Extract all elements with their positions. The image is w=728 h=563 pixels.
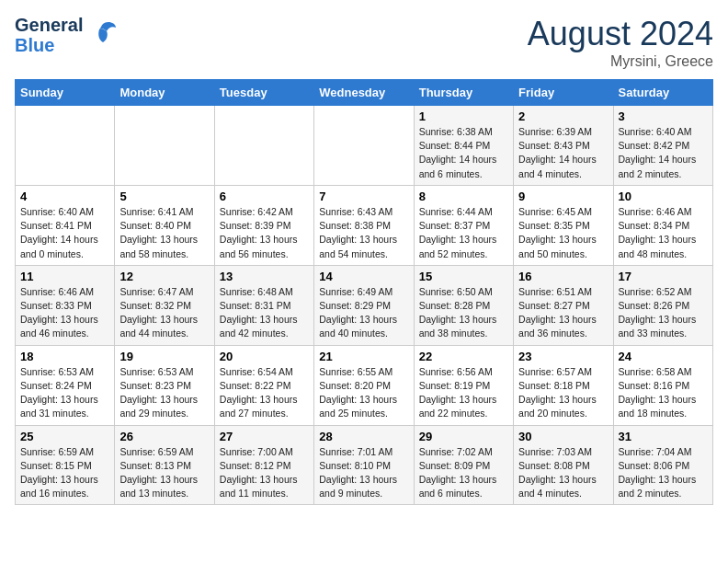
day-info: Sunrise: 6:59 AM Sunset: 8:13 PM Dayligh…: [119, 445, 209, 501]
day-number: 17: [619, 270, 708, 283]
day-info: Sunrise: 6:53 AM Sunset: 8:24 PM Dayligh…: [20, 365, 109, 421]
day-info: Sunrise: 6:40 AM Sunset: 8:42 PM Dayligh…: [619, 125, 708, 181]
calendar-cell: 28Sunrise: 7:01 AM Sunset: 8:10 PM Dayli…: [314, 425, 414, 505]
calendar-cell: 10Sunrise: 6:46 AM Sunset: 8:34 PM Dayli…: [613, 185, 712, 265]
day-info: Sunrise: 7:03 AM Sunset: 8:08 PM Dayligh…: [518, 445, 608, 501]
month-title: August 2024: [528, 15, 713, 53]
calendar-cell: 7Sunrise: 6:43 AM Sunset: 8:38 PM Daylig…: [314, 185, 414, 265]
calendar-cell: 24Sunrise: 6:58 AM Sunset: 8:16 PM Dayli…: [613, 345, 712, 425]
header-tuesday: Tuesday: [214, 80, 313, 106]
calendar-cell: 18Sunrise: 6:53 AM Sunset: 8:24 PM Dayli…: [16, 345, 115, 425]
calendar-week-row: 25Sunrise: 6:59 AM Sunset: 8:15 PM Dayli…: [16, 425, 713, 505]
day-number: 19: [119, 350, 209, 363]
logo: General Blue: [15, 15, 118, 55]
day-info: Sunrise: 6:44 AM Sunset: 8:37 PM Dayligh…: [419, 205, 508, 261]
day-info: Sunrise: 6:39 AM Sunset: 8:43 PM Dayligh…: [518, 125, 608, 181]
day-number: 2: [518, 109, 608, 123]
calendar-cell: [115, 106, 214, 186]
calendar-cell: [314, 106, 414, 186]
day-info: Sunrise: 6:48 AM Sunset: 8:31 PM Dayligh…: [220, 285, 309, 341]
day-info: Sunrise: 6:58 AM Sunset: 8:16 PM Dayligh…: [619, 365, 708, 421]
day-number: 24: [619, 350, 708, 363]
location: Myrsini, Greece: [528, 53, 713, 70]
day-number: 23: [518, 350, 608, 363]
calendar-body: 1Sunrise: 6:38 AM Sunset: 8:44 PM Daylig…: [16, 106, 713, 505]
day-number: 3: [619, 109, 708, 123]
day-number: 26: [119, 430, 209, 443]
calendar-cell: [16, 106, 115, 186]
calendar-week-row: 1Sunrise: 6:38 AM Sunset: 8:44 PM Daylig…: [16, 106, 713, 186]
day-number: 15: [419, 270, 508, 283]
calendar-cell: 9Sunrise: 6:45 AM Sunset: 8:35 PM Daylig…: [514, 185, 613, 265]
calendar-cell: 14Sunrise: 6:49 AM Sunset: 8:29 PM Dayli…: [314, 265, 414, 345]
day-info: Sunrise: 6:46 AM Sunset: 8:33 PM Dayligh…: [20, 285, 109, 341]
header-wednesday: Wednesday: [314, 80, 414, 106]
header-thursday: Thursday: [414, 80, 513, 106]
calendar-cell: [214, 106, 313, 186]
day-number: 4: [20, 190, 109, 203]
calendar-cell: 13Sunrise: 6:48 AM Sunset: 8:31 PM Dayli…: [214, 265, 313, 345]
calendar-cell: 15Sunrise: 6:50 AM Sunset: 8:28 PM Dayli…: [414, 265, 513, 345]
calendar-cell: 19Sunrise: 6:53 AM Sunset: 8:23 PM Dayli…: [115, 345, 214, 425]
day-number: 9: [518, 190, 608, 203]
day-info: Sunrise: 6:53 AM Sunset: 8:23 PM Dayligh…: [119, 365, 209, 421]
page-header: General Blue August 2024 Myrsini, Greece: [15, 15, 713, 70]
day-number: 11: [20, 270, 109, 283]
day-number: 8: [419, 190, 508, 203]
day-number: 29: [419, 430, 508, 443]
calendar-cell: 21Sunrise: 6:55 AM Sunset: 8:20 PM Dayli…: [314, 345, 414, 425]
calendar-cell: 2Sunrise: 6:39 AM Sunset: 8:43 PM Daylig…: [514, 106, 613, 186]
calendar-cell: 4Sunrise: 6:40 AM Sunset: 8:41 PM Daylig…: [16, 185, 115, 265]
day-number: 1: [419, 109, 508, 123]
calendar-cell: 20Sunrise: 6:54 AM Sunset: 8:22 PM Dayli…: [214, 345, 313, 425]
title-block: August 2024 Myrsini, Greece: [528, 15, 713, 70]
header-friday: Friday: [514, 80, 613, 106]
day-number: 20: [220, 350, 309, 363]
calendar-cell: 31Sunrise: 7:04 AM Sunset: 8:06 PM Dayli…: [613, 425, 712, 505]
calendar-cell: 1Sunrise: 6:38 AM Sunset: 8:44 PM Daylig…: [414, 106, 513, 186]
day-number: 28: [319, 430, 408, 443]
calendar-cell: 30Sunrise: 7:03 AM Sunset: 8:08 PM Dayli…: [514, 425, 613, 505]
day-number: 27: [220, 430, 309, 443]
calendar-cell: 5Sunrise: 6:41 AM Sunset: 8:40 PM Daylig…: [115, 185, 214, 265]
day-info: Sunrise: 6:40 AM Sunset: 8:41 PM Dayligh…: [20, 205, 109, 261]
day-number: 16: [518, 270, 608, 283]
day-info: Sunrise: 6:56 AM Sunset: 8:19 PM Dayligh…: [419, 365, 508, 421]
day-number: 21: [319, 350, 408, 363]
calendar-cell: 23Sunrise: 6:57 AM Sunset: 8:18 PM Dayli…: [514, 345, 613, 425]
calendar-cell: 29Sunrise: 7:02 AM Sunset: 8:09 PM Dayli…: [414, 425, 513, 505]
day-number: 25: [20, 430, 109, 443]
calendar-week-row: 4Sunrise: 6:40 AM Sunset: 8:41 PM Daylig…: [16, 185, 713, 265]
day-number: 6: [220, 190, 309, 203]
day-info: Sunrise: 6:43 AM Sunset: 8:38 PM Dayligh…: [319, 205, 408, 261]
calendar-cell: 11Sunrise: 6:46 AM Sunset: 8:33 PM Dayli…: [16, 265, 115, 345]
day-number: 5: [119, 190, 209, 203]
header-saturday: Saturday: [613, 80, 712, 106]
day-info: Sunrise: 7:01 AM Sunset: 8:10 PM Dayligh…: [319, 445, 408, 501]
day-info: Sunrise: 6:50 AM Sunset: 8:28 PM Dayligh…: [419, 285, 508, 341]
logo-line1: General: [15, 15, 83, 35]
day-number: 18: [20, 350, 109, 363]
day-info: Sunrise: 6:54 AM Sunset: 8:22 PM Dayligh…: [220, 365, 309, 421]
calendar-cell: 27Sunrise: 7:00 AM Sunset: 8:12 PM Dayli…: [214, 425, 313, 505]
day-info: Sunrise: 6:47 AM Sunset: 8:32 PM Dayligh…: [119, 285, 209, 341]
day-info: Sunrise: 7:00 AM Sunset: 8:12 PM Dayligh…: [220, 445, 309, 501]
day-number: 30: [518, 430, 608, 443]
day-number: 12: [119, 270, 209, 283]
day-info: Sunrise: 6:52 AM Sunset: 8:26 PM Dayligh…: [619, 285, 708, 341]
calendar-cell: 12Sunrise: 6:47 AM Sunset: 8:32 PM Dayli…: [115, 265, 214, 345]
calendar-cell: 8Sunrise: 6:44 AM Sunset: 8:37 PM Daylig…: [414, 185, 513, 265]
day-info: Sunrise: 6:41 AM Sunset: 8:40 PM Dayligh…: [119, 205, 209, 261]
day-info: Sunrise: 6:51 AM Sunset: 8:27 PM Dayligh…: [518, 285, 608, 341]
day-number: 13: [220, 270, 309, 283]
calendar-cell: 17Sunrise: 6:52 AM Sunset: 8:26 PM Dayli…: [613, 265, 712, 345]
day-number: 22: [419, 350, 508, 363]
logo-bird-icon: [88, 20, 118, 50]
day-info: Sunrise: 7:02 AM Sunset: 8:09 PM Dayligh…: [419, 445, 508, 501]
day-info: Sunrise: 6:38 AM Sunset: 8:44 PM Dayligh…: [419, 125, 508, 181]
day-info: Sunrise: 6:55 AM Sunset: 8:20 PM Dayligh…: [319, 365, 408, 421]
day-number: 7: [319, 190, 408, 203]
day-info: Sunrise: 6:46 AM Sunset: 8:34 PM Dayligh…: [619, 205, 708, 261]
header-monday: Monday: [115, 80, 214, 106]
calendar-table: SundayMondayTuesdayWednesdayThursdayFrid…: [15, 79, 713, 505]
